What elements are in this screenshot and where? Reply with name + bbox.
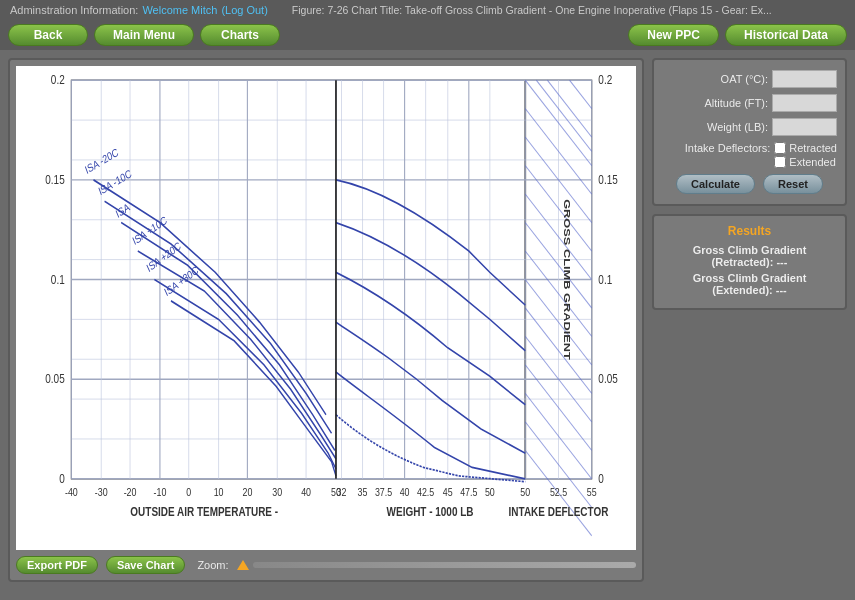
admin-name: Welcome Mitch bbox=[142, 4, 217, 16]
oat-row: OAT (°C): bbox=[662, 70, 837, 88]
svg-text:20: 20 bbox=[242, 486, 252, 498]
svg-text:55: 55 bbox=[587, 486, 597, 498]
chart-container: ISA -20C ISA -10C ISA ISA +10C ISA +20C … bbox=[16, 66, 636, 550]
extended-option[interactable]: Extended bbox=[774, 156, 837, 168]
svg-text:52.5: 52.5 bbox=[550, 486, 568, 498]
zoom-label: Zoom: bbox=[197, 559, 228, 571]
figure-info: Figure: 7-26 Chart Title: Take-off Gross… bbox=[292, 4, 772, 16]
inputs-panel: OAT (°C): Altitude (FT): Weight (LB): In… bbox=[652, 58, 847, 206]
svg-text:32: 32 bbox=[337, 486, 347, 498]
zoom-track[interactable] bbox=[253, 562, 636, 568]
svg-text:40: 40 bbox=[301, 486, 311, 498]
svg-text:30: 30 bbox=[272, 486, 282, 498]
calculate-button[interactable]: Calculate bbox=[676, 174, 755, 194]
altitude-label: Altitude (FT): bbox=[662, 97, 768, 109]
right-panel: OAT (°C): Altitude (FT): Weight (LB): In… bbox=[652, 58, 847, 582]
reset-button[interactable]: Reset bbox=[763, 174, 823, 194]
extended-checkbox[interactable] bbox=[774, 156, 786, 168]
gross-climb-extended-value: (Extended): --- bbox=[712, 284, 787, 296]
svg-text:INTAKE DEFLECTOR: INTAKE DEFLECTOR bbox=[509, 505, 609, 518]
results-title: Results bbox=[662, 224, 837, 238]
weight-row: Weight (LB): bbox=[662, 118, 837, 136]
oat-input[interactable] bbox=[772, 70, 837, 88]
export-pdf-button[interactable]: Export PDF bbox=[16, 556, 98, 574]
info-bar: Adminstration Information: Welcome Mitch… bbox=[0, 0, 855, 20]
gross-climb-retracted: Gross Climb Gradient (Retracted): --- bbox=[662, 244, 837, 268]
main-menu-button[interactable]: Main Menu bbox=[94, 24, 194, 46]
save-chart-button[interactable]: Save Chart bbox=[106, 556, 185, 574]
svg-text:-40: -40 bbox=[65, 486, 78, 498]
svg-text:0: 0 bbox=[186, 486, 191, 498]
new-ppc-button[interactable]: New PPC bbox=[628, 24, 719, 46]
svg-text:-20: -20 bbox=[124, 486, 137, 498]
action-row: Calculate Reset bbox=[662, 174, 837, 194]
svg-text:40: 40 bbox=[400, 486, 410, 498]
svg-text:-30: -30 bbox=[95, 486, 108, 498]
nav-right-group: New PPC Historical Data bbox=[628, 24, 847, 46]
svg-text:37.5: 37.5 bbox=[375, 486, 393, 498]
deflector-row: Intake Deflectors: Retracted Extended bbox=[662, 142, 837, 168]
results-panel: Results Gross Climb Gradient (Retracted)… bbox=[652, 214, 847, 310]
deflector-options: Retracted Extended bbox=[774, 142, 837, 168]
retracted-option[interactable]: Retracted bbox=[774, 142, 837, 154]
svg-text:0.05: 0.05 bbox=[45, 372, 64, 385]
weight-label: Weight (LB): bbox=[662, 121, 768, 133]
svg-text:50: 50 bbox=[520, 486, 530, 498]
svg-text:42.5: 42.5 bbox=[417, 486, 435, 498]
zoom-triangle-icon bbox=[237, 560, 249, 570]
gross-climb-extended: Gross Climb Gradient (Extended): --- bbox=[662, 272, 837, 296]
svg-text:0.15: 0.15 bbox=[45, 173, 64, 186]
admin-label: Adminstration Information: bbox=[10, 4, 138, 16]
nav-bar: Back Main Menu Charts New PPC Historical… bbox=[0, 20, 855, 50]
deflector-label: Intake Deflectors: bbox=[685, 142, 771, 154]
back-button[interactable]: Back bbox=[8, 24, 88, 46]
svg-text:GROSS CLIMB GRADIENT: GROSS CLIMB GRADIENT bbox=[562, 199, 572, 360]
chart-svg: ISA -20C ISA -10C ISA ISA +10C ISA +20C … bbox=[16, 66, 636, 550]
gross-climb-retracted-value: (Retracted): --- bbox=[712, 256, 788, 268]
svg-text:0.2: 0.2 bbox=[598, 73, 612, 86]
svg-text:45: 45 bbox=[443, 486, 453, 498]
weight-input[interactable] bbox=[772, 118, 837, 136]
chart-footer: Export PDF Save Chart Zoom: bbox=[16, 550, 636, 574]
zoom-slider-container bbox=[237, 560, 636, 570]
svg-text:0.2: 0.2 bbox=[51, 73, 65, 86]
svg-text:0: 0 bbox=[598, 472, 604, 485]
svg-text:0.1: 0.1 bbox=[598, 273, 612, 286]
charts-button[interactable]: Charts bbox=[200, 24, 280, 46]
svg-text:47.5: 47.5 bbox=[460, 486, 478, 498]
svg-rect-0 bbox=[16, 66, 636, 550]
svg-text:WEIGHT - 1000 LB: WEIGHT - 1000 LB bbox=[387, 505, 474, 518]
svg-text:50: 50 bbox=[485, 486, 495, 498]
svg-text:OUTSIDE AIR TEMPERATURE -: OUTSIDE AIR TEMPERATURE - bbox=[130, 505, 278, 518]
logout-link[interactable]: (Log Out) bbox=[221, 4, 267, 16]
svg-text:0: 0 bbox=[59, 472, 65, 485]
svg-text:10: 10 bbox=[214, 486, 224, 498]
altitude-input[interactable] bbox=[772, 94, 837, 112]
extended-label: Extended bbox=[789, 156, 835, 168]
main-content: ISA -20C ISA -10C ISA ISA +10C ISA +20C … bbox=[0, 50, 855, 590]
svg-text:0.1: 0.1 bbox=[51, 273, 65, 286]
svg-text:-10: -10 bbox=[154, 486, 167, 498]
retracted-label: Retracted bbox=[789, 142, 837, 154]
gross-climb-extended-label: Gross Climb Gradient bbox=[693, 272, 807, 284]
svg-text:0.15: 0.15 bbox=[598, 173, 617, 186]
altitude-row: Altitude (FT): bbox=[662, 94, 837, 112]
historical-data-button[interactable]: Historical Data bbox=[725, 24, 847, 46]
svg-text:0.05: 0.05 bbox=[598, 372, 617, 385]
gross-climb-retracted-label: Gross Climb Gradient bbox=[693, 244, 807, 256]
chart-panel: ISA -20C ISA -10C ISA ISA +10C ISA +20C … bbox=[8, 58, 644, 582]
svg-text:35: 35 bbox=[358, 486, 368, 498]
retracted-checkbox[interactable] bbox=[774, 142, 786, 154]
oat-label: OAT (°C): bbox=[662, 73, 768, 85]
